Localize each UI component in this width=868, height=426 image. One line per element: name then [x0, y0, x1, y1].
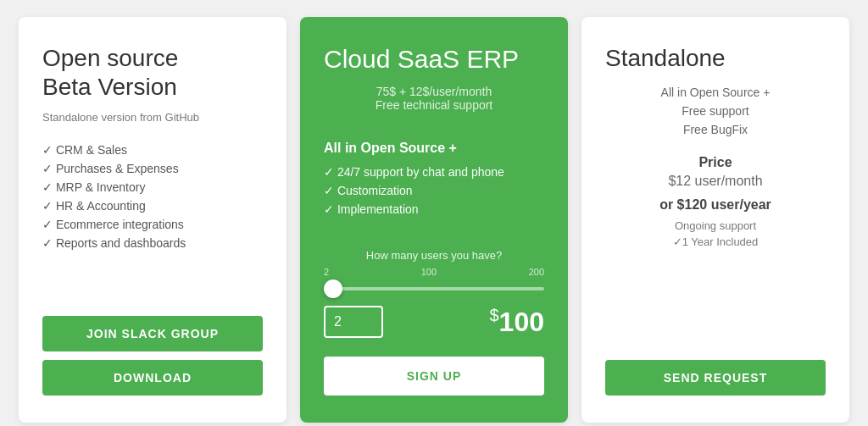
opensource-subtitle: Standalone version from GitHub	[42, 111, 263, 124]
standalone-desc3: Free BugFix	[683, 123, 748, 136]
pricing-container: Open sourceBeta Version Standalone versi…	[19, 17, 849, 423]
feature-mrp: MRP & Inventory	[42, 178, 263, 196]
tick-min: 2	[324, 267, 329, 277]
saas-title: Cloud SaaS ERP	[324, 44, 544, 75]
standalone-desc2: Free support	[682, 104, 748, 118]
slider-ticks: 2 100 200	[324, 267, 544, 277]
standalone-card: Standalone All in Open Source + Free sup…	[581, 17, 849, 423]
opensource-title: Open sourceBeta Version	[42, 44, 263, 101]
ongoing-line1: Ongoing support	[675, 219, 756, 232]
send-request-button[interactable]: SEND REQUEST	[605, 360, 826, 396]
opensource-features: CRM & Sales Purchases & Expenses MRP & I…	[42, 141, 263, 252]
saas-feature-impl: Implementation	[324, 200, 544, 219]
feature-reports: Reports and dashboards	[42, 234, 263, 252]
standalone-title: Standalone	[605, 44, 826, 73]
join-slack-button[interactable]: JOIN SLACK GROUP	[42, 316, 263, 351]
feature-purchases: Purchases & Expenses	[42, 159, 263, 178]
standalone-desc1: All in Open Source +	[661, 86, 771, 99]
opensource-card: Open sourceBeta Version Standalone versi…	[19, 17, 287, 423]
feature-ecommerce: Ecommerce integrations	[42, 215, 263, 234]
standalone-desc: All in Open Source + Free support Free B…	[605, 83, 826, 140]
tick-mid: 100	[421, 267, 437, 277]
saas-feature-support: 24/7 support by chat and phone	[324, 163, 544, 181]
download-button[interactable]: DOWNLOAD	[42, 360, 263, 396]
users-input[interactable]	[324, 306, 383, 338]
signup-button[interactable]: SIGN UP	[324, 357, 544, 396]
saas-highlight: All in Open Source +	[324, 141, 544, 156]
saas-pricing: 75$ + 12$/user/month Free technical supp…	[324, 85, 544, 112]
saas-feature-custom: Customization	[324, 181, 544, 200]
feature-hr: HR & Accounting	[42, 196, 263, 215]
users-slider[interactable]	[324, 287, 544, 290]
price-row: $100	[324, 306, 544, 338]
tick-max: 200	[529, 267, 544, 277]
saas-pricing-line1: 75$ + 12$/user/month	[376, 85, 492, 98]
price-value: 100	[499, 307, 544, 337]
saas-features: 24/7 support by chat and phone Customiza…	[324, 163, 544, 219]
ongoing-line2: ✓1 Year Included	[673, 235, 759, 248]
saas-card: Cloud SaaS ERP 75$ + 12$/user/month Free…	[300, 17, 568, 423]
price-main: $12 user/month	[605, 174, 826, 189]
price-display: $100	[489, 306, 544, 338]
slider-container	[324, 279, 544, 294]
ongoing-desc: Ongoing support ✓1 Year Included	[605, 218, 826, 251]
price-alt: or $120 user/year	[605, 197, 826, 213]
feature-crm: CRM & Sales	[42, 141, 263, 159]
slider-label: How many users you have?	[324, 249, 544, 262]
saas-pricing-line2: Free technical support	[376, 98, 493, 112]
price-label: Price	[605, 155, 826, 170]
